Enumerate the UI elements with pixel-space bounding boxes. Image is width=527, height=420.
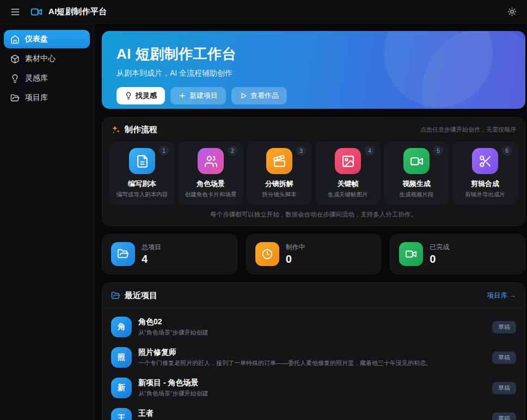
view-works-button[interactable]: 查看作品 bbox=[231, 87, 287, 104]
users-icon bbox=[198, 148, 224, 174]
button-label: 新建项目 bbox=[189, 91, 218, 101]
process-title: 制作流程 bbox=[125, 125, 157, 135]
status-badge: 草稿 bbox=[492, 382, 516, 394]
step-title: 编写剧本 bbox=[114, 179, 170, 189]
step-desc: 剪辑并导出成片 bbox=[457, 191, 513, 199]
status-badge: 草稿 bbox=[492, 351, 516, 364]
stat-value: 0 bbox=[430, 253, 449, 265]
scissors-icon bbox=[472, 148, 498, 174]
project-desc: 一个专门修复老照片的匠人，接到了一单特殊的订单——委托人要他修复的照片里，藏着他… bbox=[138, 359, 432, 367]
video-icon bbox=[403, 148, 430, 174]
step-title: 剪辑合成 bbox=[457, 179, 513, 189]
step-number-badge: 4 bbox=[365, 146, 375, 156]
folder-open-icon bbox=[111, 291, 120, 300]
step-number-badge: 2 bbox=[228, 146, 237, 156]
stat-label: 总项目 bbox=[142, 243, 161, 252]
new-project-button[interactable]: 新建项目 bbox=[170, 87, 226, 104]
status-badge: 草稿 bbox=[492, 321, 516, 333]
top-bar: AI短剧制作平台 bbox=[0, 0, 527, 24]
step-desc: 创建角色卡片和场景 bbox=[182, 191, 239, 199]
project-name: 新项目 - 角色场景 bbox=[138, 378, 209, 388]
step-number-badge: 5 bbox=[433, 146, 443, 156]
home-icon bbox=[10, 35, 20, 44]
play-icon bbox=[240, 92, 247, 100]
step-write-script[interactable]: 1 编写剧本 编写或导入剧本内容 bbox=[110, 141, 174, 205]
step-number-badge: 6 bbox=[502, 146, 512, 156]
video-camera-icon bbox=[30, 5, 44, 18]
step-desc: 编写或导入剧本内容 bbox=[114, 191, 170, 199]
step-number-badge: 3 bbox=[296, 146, 306, 156]
project-avatar: 新 bbox=[111, 378, 132, 398]
sidebar-item-dashboard[interactable]: 仪表盘 bbox=[4, 30, 90, 48]
process-steps: 1 编写剧本 编写或导入剧本内容 2 角色场景 创建角色卡片和场景 3 bbox=[102, 135, 525, 205]
folder-open-icon bbox=[111, 242, 135, 266]
recent-title: 最近项目 bbox=[125, 291, 157, 301]
stat-label: 已完成 bbox=[430, 243, 449, 252]
project-list: 角 角色02 从"角色场景"步骤开始创建 草稿 照 照片修复师 一个专门修复老照… bbox=[102, 308, 525, 420]
project-library-link[interactable]: 项目库 → bbox=[487, 291, 516, 300]
project-name: 角色02 bbox=[138, 317, 209, 327]
step-desc: 生成视频片段 bbox=[388, 191, 445, 199]
stat-value: 0 bbox=[286, 253, 305, 265]
plus-icon bbox=[179, 92, 186, 100]
step-storyboard[interactable]: 3 分镜拆解 拆分镜头脚本 bbox=[247, 141, 311, 205]
project-name: 照片修复师 bbox=[138, 348, 432, 357]
sidebar-item-projects[interactable]: 项目库 bbox=[4, 89, 90, 107]
process-hint: 点击任意步骤开始创作，无需按顺序 bbox=[420, 126, 516, 134]
project-name: 王者 bbox=[138, 409, 209, 418]
status-badge: 草稿 bbox=[492, 412, 516, 420]
clapperboard-icon bbox=[266, 148, 292, 174]
process-note: 每个步骤都可以独立开始，数据会自动在步骤间流动，支持多人分工协作。 bbox=[102, 205, 525, 225]
step-characters-scenes[interactable]: 2 角色场景 创建角色卡片和场景 bbox=[179, 141, 243, 205]
process-panel: 制作流程 点击任意步骤开始创作，无需按顺序 1 编写剧本 编写或导入剧本内容 2… bbox=[102, 117, 525, 226]
find-inspiration-button[interactable]: 找灵感 bbox=[117, 87, 165, 104]
hero-title: AI 短剧制作工作台 bbox=[117, 45, 511, 64]
sidebar-item-label: 项目库 bbox=[25, 93, 48, 103]
step-title: 角色场景 bbox=[182, 179, 239, 189]
sidebar-item-label: 仪表盘 bbox=[25, 34, 48, 44]
image-icon bbox=[335, 148, 361, 174]
sidebar-item-label: 素材中心 bbox=[25, 54, 56, 64]
project-desc: 从"角色场景"步骤开始创建 bbox=[138, 329, 209, 337]
project-row[interactable]: 角 角色02 从"角色场景"步骤开始创建 草稿 bbox=[102, 312, 525, 342]
sparkles-icon bbox=[111, 125, 120, 134]
sidebar-item-assets[interactable]: 素材中心 bbox=[4, 50, 90, 68]
main-content: AI 短剧制作工作台 从剧本到成片，AI 全流程辅助创作 找灵感 新建项目 查看… bbox=[94, 24, 527, 420]
stat-label: 制作中 bbox=[286, 243, 305, 252]
sidebar-item-label: 灵感库 bbox=[25, 73, 48, 83]
step-keyframes[interactable]: 4 关键帧 生成关键帧图片 bbox=[316, 141, 380, 205]
stat-total-projects: 总项目 4 bbox=[102, 234, 237, 274]
lightbulb-icon bbox=[125, 92, 132, 100]
project-row[interactable]: 王 王者 从"角色场景"步骤开始创建 草稿 bbox=[102, 403, 525, 420]
stat-in-progress: 制作中 0 bbox=[246, 234, 382, 274]
stats-row: 总项目 4 制作中 0 已完成 0 bbox=[102, 234, 525, 274]
video-icon bbox=[399, 242, 423, 266]
project-avatar: 照 bbox=[111, 347, 132, 368]
hero-banner: AI 短剧制作工作台 从剧本到成片，AI 全流程辅助创作 找灵感 新建项目 查看… bbox=[102, 31, 525, 109]
project-row[interactable]: 新 新项目 - 角色场景 从"角色场景"步骤开始创建 草稿 bbox=[102, 373, 525, 403]
step-title: 分镜拆解 bbox=[251, 179, 308, 189]
sidebar-item-inspiration[interactable]: 灵感库 bbox=[4, 69, 90, 88]
step-desc: 拆分镜头脚本 bbox=[251, 191, 308, 199]
stat-value: 4 bbox=[142, 253, 161, 265]
app-title: AI短剧制作平台 bbox=[48, 7, 107, 17]
step-editing[interactable]: 6 剪辑合成 剪辑并导出成片 bbox=[453, 141, 517, 205]
step-desc: 生成关键帧图片 bbox=[320, 191, 376, 199]
step-video-generation[interactable]: 5 视频生成 生成视频片段 bbox=[384, 141, 449, 205]
file-text-icon bbox=[129, 148, 155, 174]
button-label: 找灵感 bbox=[136, 91, 157, 101]
hero-subtitle: 从剧本到成片，AI 全流程辅助创作 bbox=[117, 69, 511, 78]
project-avatar: 角 bbox=[111, 317, 132, 337]
step-title: 视频生成 bbox=[388, 179, 445, 189]
clock-icon bbox=[255, 242, 279, 266]
button-label: 查看作品 bbox=[250, 91, 279, 101]
recent-projects-panel: 最近项目 项目库 → 角 角色02 从"角色场景"步骤开始创建 草稿 照 照片修… bbox=[102, 282, 525, 420]
theme-toggle-button[interactable] bbox=[504, 4, 519, 20]
stat-completed: 已完成 0 bbox=[390, 234, 525, 274]
menu-toggle-button[interactable] bbox=[8, 4, 23, 20]
lightbulb-icon bbox=[10, 74, 20, 83]
project-row[interactable]: 照 照片修复师 一个专门修复老照片的匠人，接到了一单特殊的订单——委托人要他修复… bbox=[102, 342, 525, 373]
step-number-badge: 1 bbox=[159, 146, 169, 156]
project-avatar: 王 bbox=[111, 408, 132, 420]
package-icon bbox=[10, 54, 20, 64]
